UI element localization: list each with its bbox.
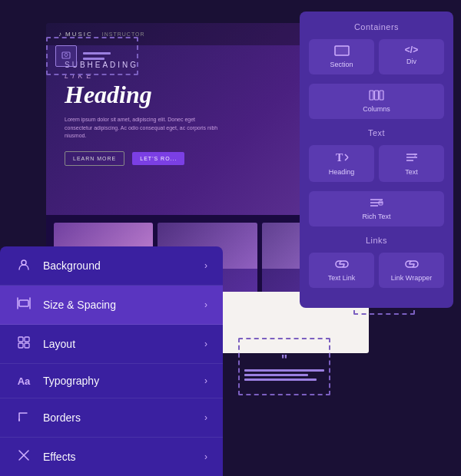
text-svg: T <box>405 151 419 164</box>
effects-svg <box>17 448 31 462</box>
text-line-2 <box>83 58 104 60</box>
preview-learn-more-btn[interactable]: LEARN MORE <box>65 151 124 166</box>
avatar-icon <box>61 51 71 61</box>
heading-icon: T <box>335 151 349 165</box>
background-arrow: › <box>204 260 207 271</box>
svg-rect-2 <box>335 46 349 55</box>
header-text-lines <box>83 52 111 60</box>
svg-line-7 <box>345 154 348 157</box>
richtext-icon <box>369 197 384 210</box>
sidebar-item-layout[interactable]: Layout › <box>0 325 223 364</box>
borders-label: Borders <box>43 412 194 424</box>
section-element-btn[interactable]: Section <box>309 39 374 74</box>
columns-element-btn[interactable]: Columns <box>309 84 444 119</box>
selection-box-header <box>46 37 138 75</box>
size-spacing-arrow: › <box>204 299 207 310</box>
svg-rect-5 <box>380 91 383 100</box>
text-label: Text <box>405 168 418 176</box>
links-section-title: Links <box>309 236 444 245</box>
selection-box-quote: " <box>238 338 330 395</box>
linkwrapper-svg <box>405 259 419 269</box>
avatar-placeholder <box>55 45 77 67</box>
typography-label: Typography <box>43 375 194 387</box>
layout-label: Layout <box>43 338 194 350</box>
richtext-label: Rich Text <box>363 213 391 220</box>
text-line-1 <box>83 52 111 55</box>
richtext-element-btn[interactable]: Rich Text <box>309 191 444 226</box>
borders-svg <box>17 409 31 423</box>
columns-icon <box>369 90 384 102</box>
section-label: Section <box>330 61 353 68</box>
section-icon <box>334 45 350 58</box>
quote-icon: " <box>281 353 288 367</box>
svg-rect-20 <box>19 300 28 306</box>
text-icon: T <box>405 151 419 165</box>
sidebar-item-background[interactable]: Background › <box>0 246 223 286</box>
quote-line-2 <box>244 374 308 376</box>
svg-rect-25 <box>18 343 23 348</box>
svg-text:T: T <box>413 152 417 158</box>
text-element-btn[interactable]: T Text <box>379 145 444 182</box>
svg-point-19 <box>22 260 26 265</box>
richtext-grid: Rich Text <box>309 191 444 226</box>
size-spacing-label: Size & Spacing <box>43 299 194 311</box>
svg-text:T: T <box>336 152 343 164</box>
linkwrapper-label: Link Wrapper <box>391 274 432 282</box>
textlink-label: Text Link <box>328 274 356 282</box>
element-panel: Containers Section </> Div Columns <box>300 12 453 308</box>
columns-label: Columns <box>363 105 390 113</box>
preview-cta-btn[interactable]: LET'S RO... <box>132 152 184 165</box>
svg-rect-26 <box>25 343 29 348</box>
sidebar-item-borders[interactable]: Borders › <box>0 398 223 438</box>
sidebar-item-effects[interactable]: Effects › <box>0 438 223 476</box>
preview-body: Lorem ipsum dolor sit amet, adipiscing e… <box>65 116 218 140</box>
layout-svg <box>17 336 31 349</box>
columns-svg <box>369 90 384 101</box>
svg-rect-24 <box>25 337 29 342</box>
sidebar-item-size-spacing[interactable]: Size & Spacing › <box>0 286 223 325</box>
sidebar-item-typography[interactable]: Aa Typography › <box>0 364 223 398</box>
quote-line-1 <box>244 369 324 372</box>
size-spacing-svg <box>17 296 31 310</box>
div-element-btn[interactable]: </> Div <box>379 39 444 74</box>
section-svg <box>334 45 350 56</box>
preview-instructor: INSTRUCTOR <box>102 31 145 37</box>
columns-grid: Columns <box>309 84 444 119</box>
textlink-icon <box>335 259 349 271</box>
containers-grid: Section </> Div <box>309 39 444 74</box>
heading-label: Heading <box>329 168 355 176</box>
svg-point-1 <box>65 54 68 57</box>
textlink-element-btn[interactable]: Text Link <box>309 253 374 288</box>
richtext-svg <box>369 197 384 208</box>
effects-icon <box>15 448 32 465</box>
heading-element-btn[interactable]: T Heading <box>309 145 374 182</box>
linkwrapper-icon <box>405 259 419 271</box>
quote-lines <box>244 369 324 381</box>
links-grid: Text Link Link Wrapper <box>309 253 444 288</box>
svg-line-8 <box>345 157 348 160</box>
effects-label: Effects <box>43 451 194 463</box>
borders-arrow: › <box>204 412 207 423</box>
quote-line-3 <box>244 378 317 381</box>
svg-rect-23 <box>18 337 23 342</box>
effects-arrow: › <box>204 451 207 462</box>
linkwrapper-element-btn[interactable]: Link Wrapper <box>379 253 444 288</box>
typography-icon: Aa <box>15 375 32 387</box>
div-icon: </> <box>405 45 418 55</box>
size-spacing-icon <box>15 296 32 313</box>
layout-arrow: › <box>204 339 207 349</box>
background-svg <box>17 257 31 271</box>
div-label: Div <box>406 58 416 65</box>
text-grid: T Heading T Text <box>309 145 444 182</box>
text-section-title: Text <box>309 128 444 137</box>
svg-rect-4 <box>375 91 379 100</box>
typography-arrow: › <box>204 375 207 386</box>
layout-icon <box>15 336 32 352</box>
textlink-svg <box>335 259 349 269</box>
containers-section-title: Containers <box>309 22 444 31</box>
svg-rect-3 <box>370 91 373 100</box>
properties-sidebar: Background › Size & Spacing › Layout › A… <box>0 246 223 476</box>
borders-icon <box>15 409 32 426</box>
background-icon <box>15 257 32 274</box>
heading-svg: T <box>335 151 349 164</box>
